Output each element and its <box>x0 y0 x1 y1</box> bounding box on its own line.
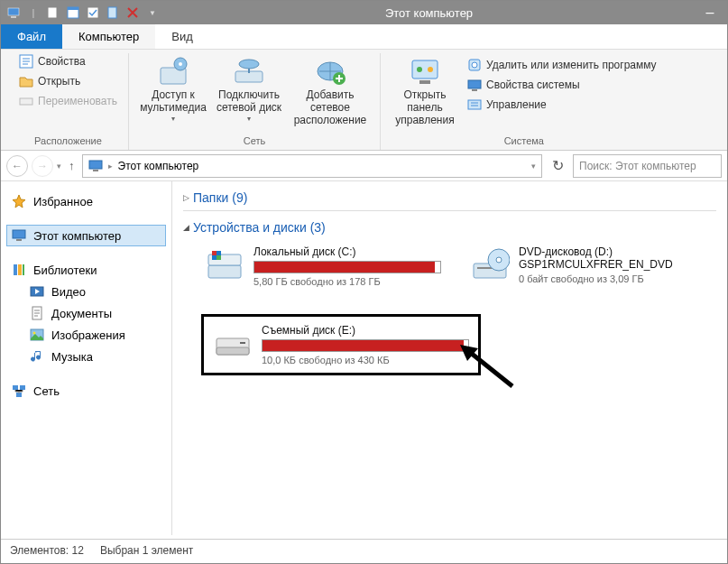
qat-dropdown[interactable]: ▼ <box>143 4 161 22</box>
svg-rect-49 <box>217 347 249 355</box>
svg-rect-23 <box>472 89 477 91</box>
ribbon-properties-label: Свойства <box>38 55 86 68</box>
sidebar-network[interactable]: Сеть <box>6 380 166 402</box>
svg-point-17 <box>417 67 422 72</box>
main-content: ▷Папки (9) ◢Устройства и диски (3) Локал… <box>172 181 727 535</box>
pictures-icon <box>30 328 44 342</box>
address-bar[interactable]: ▸ Этот компьютер ▾ <box>82 154 543 178</box>
sidebar-favorites[interactable]: Избранное <box>6 190 166 212</box>
tab-file[interactable]: Файл <box>1 24 62 49</box>
ribbon-mapdrive-label: Подключить сетевой диск <box>216 89 282 115</box>
nav-up-button[interactable]: ↑ <box>65 159 78 172</box>
ribbon-mapdrive-button[interactable]: Подключить сетевой диск▾ <box>214 53 284 125</box>
device-name: Локальный диск (C:) <box>253 245 441 258</box>
tab-computer[interactable]: Компьютер <box>62 24 155 49</box>
svg-rect-42 <box>212 251 217 255</box>
computer-icon <box>88 159 103 173</box>
svg-rect-25 <box>89 161 102 169</box>
sidebar-this-pc[interactable]: Этот компьютер <box>6 225 166 246</box>
nav-forward-button[interactable]: → <box>32 155 53 177</box>
ribbon-controlpanel-label: Открыть панель управления <box>392 89 458 126</box>
section-folders[interactable]: ▷Папки (9) <box>183 187 716 208</box>
svg-rect-26 <box>93 170 98 171</box>
svg-rect-4 <box>68 7 78 10</box>
qat-separator: | <box>24 4 42 22</box>
ribbon-group-system-label: Система <box>390 134 659 150</box>
ribbon: Свойства Открыть Переименовать Расположе… <box>1 50 727 151</box>
video-icon <box>30 284 44 299</box>
svg-point-21 <box>472 62 477 68</box>
svg-rect-22 <box>468 80 481 88</box>
device-free-text: 5,80 ГБ свободно из 178 ГБ <box>253 276 441 287</box>
device-name: Съемный диск (E:) <box>262 324 469 337</box>
svg-point-13 <box>239 60 259 69</box>
libraries-icon <box>12 263 26 277</box>
navigation-pane: Избранное Этот компьютер Библиотеки Виде… <box>1 181 172 535</box>
qat-toolbar: | ▼ <box>5 4 161 22</box>
ribbon-controlpanel-button[interactable]: Открыть панель управления <box>390 53 460 128</box>
sidebar-this-pc-label: Этот компьютер <box>33 229 121 243</box>
window-minimize-button[interactable]: – <box>696 5 723 21</box>
uninstall-icon <box>467 58 482 72</box>
device-hdd[interactable]: Локальный диск (C:)5,80 ГБ свободно из 1… <box>201 240 445 292</box>
chevron-down-icon: ▾ <box>247 115 251 123</box>
tab-view[interactable]: Вид <box>155 24 209 49</box>
sidebar-pictures[interactable]: Изображения <box>6 324 166 346</box>
ribbon-sysprops-button[interactable]: Свойства системы <box>465 77 659 93</box>
chevron-down-icon[interactable]: ▾ <box>531 162 536 171</box>
navigation-bar: ← → ▾ ↑ ▸ Этот компьютер ▾ ↻ Поиск: Этот… <box>1 151 727 181</box>
sidebar-network-label: Сеть <box>33 384 60 398</box>
ribbon-rename-button: Переименовать <box>17 93 119 109</box>
sidebar-favorites-label: Избранное <box>33 195 93 208</box>
sidebar-video[interactable]: Видео <box>6 281 166 302</box>
nav-back-button[interactable]: ← <box>6 155 28 177</box>
section-devices-label: Устройства и диски (3) <box>193 220 326 235</box>
sidebar-music[interactable]: Музыка <box>6 346 166 367</box>
open-icon <box>19 74 33 88</box>
ribbon-group-system: Открыть панель управления Удалить или из… <box>381 53 668 150</box>
documents-icon <box>30 306 44 320</box>
sidebar-music-label: Музыка <box>51 350 93 364</box>
svg-rect-6 <box>108 7 116 18</box>
device-usage-bar <box>253 261 441 273</box>
qat-icon-doc[interactable] <box>104 4 122 22</box>
chevron-right-icon: ▸ <box>108 162 113 171</box>
ribbon-addloc-button[interactable]: Добавить сетевое расположение <box>290 53 371 128</box>
ribbon-manage-button[interactable]: Управление <box>465 97 659 113</box>
ribbon-properties-button[interactable]: Свойства <box>17 53 119 69</box>
sidebar-documents[interactable]: Документы <box>6 302 166 324</box>
ribbon-group-location-label: Расположение <box>17 134 119 150</box>
svg-rect-24 <box>468 100 481 109</box>
device-removable[interactable]: Съемный диск (E:)10,0 КБ свободно из 430… <box>201 314 481 375</box>
ribbon-open-button[interactable]: Открыть <box>17 73 119 89</box>
qat-icon-properties[interactable] <box>64 4 82 22</box>
qat-icon-computer[interactable] <box>5 4 23 22</box>
svg-rect-27 <box>13 230 25 238</box>
ribbon-group-location: Свойства Открыть Переименовать Расположе… <box>8 53 129 150</box>
device-name: DVD-дисковод (D:) GSP1RMCULXFRER_EN_DVD <box>519 245 706 271</box>
qat-icon-delete[interactable] <box>124 4 142 22</box>
sysprops-icon <box>467 78 482 92</box>
nav-history-dropdown[interactable]: ▾ <box>57 162 61 171</box>
svg-point-11 <box>179 62 182 66</box>
ribbon-group-network-label: Сеть <box>138 134 371 150</box>
ribbon-uninstall-label: Удалить или изменить программу <box>486 59 657 71</box>
section-devices[interactable]: ◢Устройства и диски (3) <box>183 217 716 238</box>
status-element-count: Элементов: 12 <box>10 544 84 557</box>
device-dvd[interactable]: DVD-дисковод (D:) GSP1RMCULXFRER_EN_DVD0… <box>466 240 710 292</box>
svg-rect-2 <box>48 7 57 18</box>
music-icon <box>30 349 44 364</box>
svg-rect-50 <box>240 342 245 344</box>
qat-icon-check[interactable] <box>84 4 102 22</box>
refresh-button[interactable]: ↻ <box>546 154 569 178</box>
ribbon-media-button[interactable]: Доступ к мультимедиа▾ <box>138 53 208 125</box>
search-input[interactable]: Поиск: Этот компьютер <box>573 154 722 178</box>
sidebar-video-label: Видео <box>51 285 86 299</box>
sidebar-libraries[interactable]: Библиотеки <box>6 259 166 281</box>
sidebar-pictures-label: Изображения <box>51 328 125 342</box>
section-folders-label: Папки (9) <box>193 190 247 205</box>
ribbon-uninstall-button[interactable]: Удалить или изменить программу <box>465 57 659 73</box>
svg-rect-29 <box>14 264 17 275</box>
qat-icon-newfolder[interactable] <box>44 4 62 22</box>
map-drive-icon <box>233 55 265 88</box>
